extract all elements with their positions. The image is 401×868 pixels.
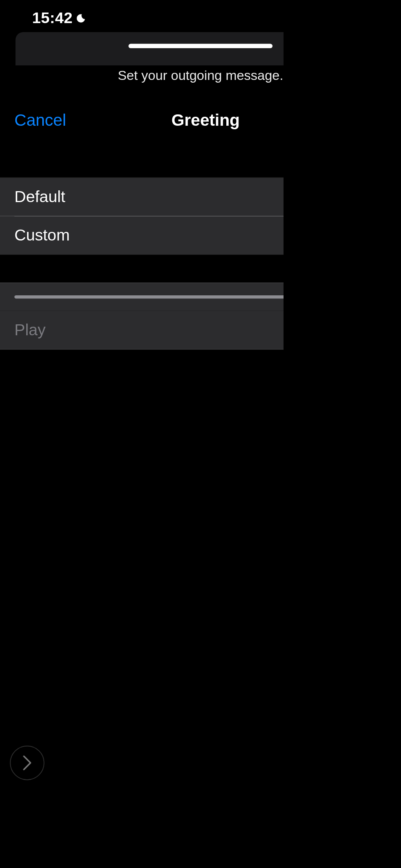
home-indicator[interactable] (128, 44, 273, 48)
playback-slider[interactable] (14, 295, 284, 298)
nav-bar: Cancel Greeting Done (0, 83, 284, 130)
playback-controls: Play Record (0, 311, 284, 349)
status-left: 15:42 (32, 9, 87, 27)
forward-fab[interactable] (10, 746, 44, 780)
option-custom[interactable]: Custom (0, 216, 284, 255)
greeting-options-group: Default Custom (0, 177, 284, 255)
cancel-button[interactable]: Cancel (14, 111, 66, 130)
do-not-disturb-icon (76, 13, 87, 24)
sheet-subtitle: Set your outgoing message. (0, 54, 284, 83)
playback-slider-group (0, 282, 284, 311)
page-title: Greeting (172, 111, 240, 130)
play-button: Play (14, 321, 46, 339)
status-bar: 15:42 17⚡︎ (0, 0, 284, 30)
option-default[interactable]: Default (0, 178, 284, 216)
status-time: 15:42 (32, 9, 72, 27)
chevron-right-icon (22, 754, 33, 771)
option-custom-label: Custom (14, 226, 70, 244)
option-default-label: Default (14, 188, 65, 206)
